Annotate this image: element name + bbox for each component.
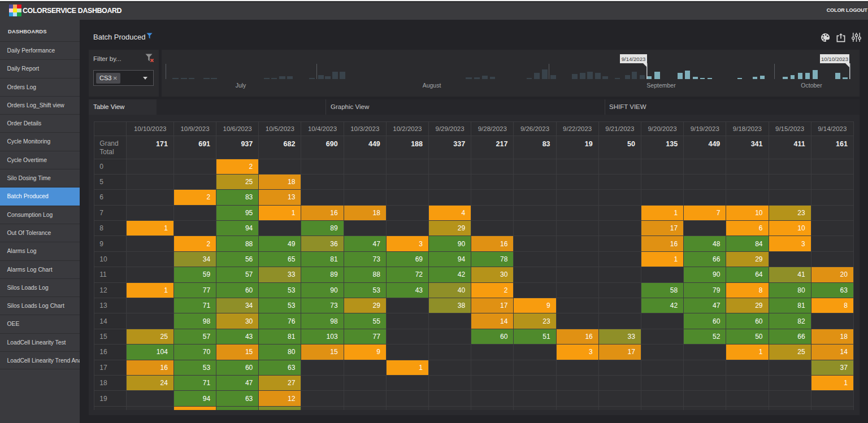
svg-text:August: August [423, 82, 441, 89]
svg-text:September: September [646, 82, 676, 89]
svg-text:9/14/2023: 9/14/2023 [622, 56, 646, 62]
svg-text:July: July [236, 82, 246, 89]
svg-text:10/10/2023: 10/10/2023 [821, 56, 848, 62]
svg-text:October: October [801, 82, 822, 89]
